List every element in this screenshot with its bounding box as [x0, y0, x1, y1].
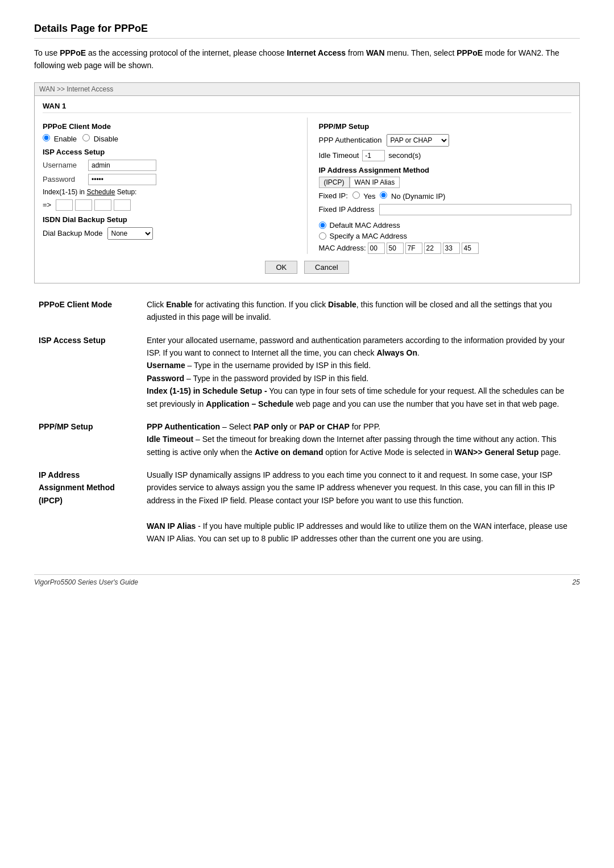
ip-assign-label: IP Address Assignment Method: [319, 166, 572, 174]
default-mac-row: Default MAC Address: [319, 221, 572, 229]
default-mac-label: Default MAC Address: [330, 221, 400, 229]
username-input[interactable]: [88, 160, 156, 171]
mac-octet-3[interactable]: [405, 243, 422, 254]
ppp-auth-select[interactable]: PAP or CHAP PAP only CHAP only: [387, 134, 449, 147]
ok-cancel-row: OK Cancel: [43, 261, 571, 277]
ip-assign-buttons: (IPCP) WAN IP Alias: [319, 177, 572, 188]
enable-radio-label: Enable: [43, 134, 77, 143]
no-label: No (Dynamic IP): [391, 192, 445, 201]
isp-access-label: ISP Access Setup: [43, 148, 296, 156]
username-row: Username: [43, 160, 296, 171]
index-fields-row: =>: [43, 199, 296, 211]
password-row: Password: [43, 174, 296, 185]
ppp-auth-label: PPP Authentication: [319, 136, 382, 144]
fixed-addr-row: Fixed IP Address: [319, 204, 572, 215]
fixed-ip-label: Fixed IP:: [319, 191, 348, 200]
fixed-ip-yes-radio[interactable]: [352, 191, 360, 199]
desc-detail-ip: Usually ISP dynamically assigns IP addre…: [142, 465, 580, 552]
ppp-mp-label: PPP/MP Setup: [319, 122, 572, 131]
desc-term-ip: IP AddressAssignment Method(IPCP): [34, 465, 142, 552]
cancel-button[interactable]: Cancel: [304, 261, 349, 274]
breadcrumb: WAN >> Internet Access: [35, 83, 579, 96]
dial-mode-label: Dial Backup Mode: [43, 229, 103, 237]
fixed-addr-label: Fixed IP Address: [319, 205, 375, 214]
password-input[interactable]: [88, 174, 156, 185]
desc-row-isp: ISP Access Setup Enter your allocated us…: [34, 331, 580, 417]
ok-button[interactable]: OK: [265, 261, 297, 274]
mac-octet-1[interactable]: [368, 243, 385, 254]
mac-section: Default MAC Address Specify a MAC Addres…: [319, 221, 572, 254]
dial-mode-select[interactable]: None: [107, 227, 153, 240]
default-mac-radio[interactable]: [319, 222, 326, 229]
mac-addr-row: MAC Address:: [319, 243, 572, 254]
pppoe-mode-row: Enable Disable: [43, 134, 296, 143]
intro-paragraph: To use PPPoE as the accessing protocol o…: [34, 47, 580, 72]
mac-octet-4[interactable]: [424, 243, 441, 254]
ipcp-button[interactable]: (IPCP): [319, 177, 350, 188]
description-table: PPPoE Client Mode Click Enable for activ…: [34, 295, 580, 552]
desc-row-ppp: PPP/MP Setup PPP Authentication – Select…: [34, 417, 580, 465]
desc-term-pppoe: PPPoE Client Mode: [34, 295, 142, 331]
wan-section-title: WAN 1: [43, 102, 571, 113]
index-field-4[interactable]: [114, 199, 131, 211]
index-field-3[interactable]: [94, 199, 111, 211]
idle-timeout-label: Idle Timeout: [319, 151, 359, 160]
arrow-icon: =>: [43, 201, 51, 209]
page-title: Details Page for PPPoE: [34, 23, 580, 39]
index-label: Index(1-15) in Schedule Setup:: [43, 188, 136, 196]
specify-mac-row: Specify a MAC Address: [319, 232, 572, 240]
footer-right: 25: [572, 578, 580, 586]
desc-term-ppp: PPP/MP Setup: [34, 417, 142, 465]
desc-detail-pppoe: Click Enable for activating this functio…: [142, 295, 580, 331]
idle-timeout-row: Idle Timeout second(s): [319, 150, 572, 161]
disable-radio-label: Disable: [82, 134, 118, 143]
footer: VigorPro5500 Series User's Guide 25: [34, 574, 580, 586]
yes-label: Yes: [363, 192, 375, 201]
dial-backup-row: Dial Backup Mode None: [43, 227, 296, 240]
isdn-label: ISDN Dial Backup Setup: [43, 215, 296, 224]
ppp-auth-row: PPP Authentication PAP or CHAP PAP only …: [319, 134, 572, 147]
desc-term-isp: ISP Access Setup: [34, 331, 142, 417]
fixed-ip-no-radio[interactable]: [380, 191, 387, 199]
specify-mac-radio[interactable]: [319, 232, 326, 240]
footer-left: VigorPro5500 Series User's Guide: [34, 578, 138, 586]
mac-octet-5[interactable]: [443, 243, 460, 254]
index-row: Index(1-15) in Schedule Setup:: [43, 188, 296, 196]
desc-row-pppoe: PPPoE Client Mode Click Enable for activ…: [34, 295, 580, 331]
mac-octet-6[interactable]: [462, 243, 479, 254]
mac-octet-2[interactable]: [387, 243, 404, 254]
pppoe-client-label: PPPoE Client Mode: [43, 122, 296, 131]
idle-timeout-input[interactable]: [362, 150, 385, 161]
wan-alias-button[interactable]: WAN IP Alias: [350, 177, 400, 188]
desc-detail-ppp: PPP Authentication – Select PAP only or …: [142, 417, 580, 465]
username-label: Username: [43, 161, 88, 169]
mac-addr-label: MAC Address:: [319, 244, 366, 252]
enable-radio[interactable]: [43, 134, 50, 141]
fixed-addr-input[interactable]: [379, 204, 571, 215]
specify-mac-label: Specify a MAC Address: [330, 232, 408, 240]
desc-detail-isp: Enter your allocated username, password …: [142, 331, 580, 417]
idle-unit-label: second(s): [388, 151, 421, 160]
wan-box: WAN >> Internet Access WAN 1 PPPoE Clien…: [34, 82, 580, 283]
index-field-1[interactable]: [56, 199, 73, 211]
fixed-ip-row: Fixed IP: Yes No (Dynamic IP): [319, 191, 572, 201]
desc-row-ip: IP AddressAssignment Method(IPCP) Usuall…: [34, 465, 580, 552]
disable-radio[interactable]: [82, 134, 90, 141]
password-label: Password: [43, 175, 88, 183]
index-field-2[interactable]: [75, 199, 92, 211]
